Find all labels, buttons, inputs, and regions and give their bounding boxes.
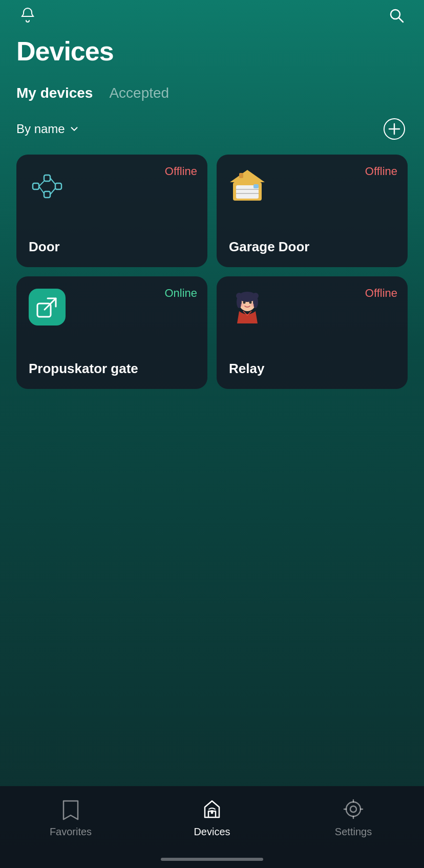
notification-icon[interactable] (16, 4, 39, 27)
device-status-propuskator-gate: Online (164, 287, 197, 300)
svg-point-28 (252, 293, 259, 299)
svg-rect-9 (55, 183, 61, 189)
svg-point-29 (243, 301, 246, 304)
nav-label-settings: Settings (335, 826, 372, 838)
nav-item-favorites[interactable]: Favorites (35, 796, 107, 838)
svg-line-11 (39, 186, 44, 193)
add-device-button[interactable] (381, 116, 408, 142)
svg-rect-8 (44, 191, 50, 198)
relay-icon (229, 289, 266, 326)
svg-marker-14 (230, 170, 265, 182)
devices-grid: Offline Door Offline (0, 150, 424, 393)
svg-point-31 (241, 303, 244, 307)
svg-point-34 (346, 802, 361, 816)
nav-item-devices[interactable]: Devices (176, 796, 248, 838)
svg-line-13 (50, 188, 55, 194)
tab-my-devices[interactable]: My devices (16, 85, 93, 105)
nav-item-settings[interactable]: Settings (317, 796, 389, 838)
svg-rect-7 (44, 175, 50, 181)
favorites-icon (58, 796, 83, 822)
propuskator-icon (29, 289, 66, 326)
search-icon[interactable] (385, 4, 408, 27)
door-icon (29, 167, 66, 204)
device-card-garage-door[interactable]: Offline Garage Door (217, 155, 408, 267)
page-header: Devices (0, 31, 424, 77)
device-card-relay[interactable]: Offline (217, 276, 408, 389)
nav-label-devices: Devices (194, 826, 230, 838)
svg-line-12 (50, 178, 55, 184)
device-name-garage-door: Garage Door (229, 239, 395, 255)
svg-line-10 (39, 181, 44, 186)
sort-button[interactable]: By name (16, 122, 79, 136)
svg-point-35 (350, 806, 356, 812)
device-name-relay: Relay (229, 361, 395, 377)
svg-point-30 (249, 301, 252, 304)
svg-point-27 (236, 293, 242, 299)
chevron-down-icon (69, 124, 79, 134)
device-name-propuskator-gate: Propuskator gate (29, 361, 195, 377)
nav-label-favorites: Favorites (50, 826, 92, 838)
status-bar (0, 0, 424, 31)
svg-point-32 (251, 303, 254, 307)
device-name-door: Door (29, 239, 195, 255)
device-status-door: Offline (165, 165, 197, 178)
filter-bar: By name (0, 105, 424, 150)
home-indicator (161, 858, 263, 861)
settings-icon (341, 796, 366, 822)
svg-rect-15 (239, 173, 243, 178)
tabs-container: My devices Accepted (0, 77, 424, 105)
device-status-garage-door: Offline (365, 165, 397, 178)
garage-door-icon (229, 167, 266, 204)
svg-point-33 (211, 812, 213, 814)
tab-accepted[interactable]: Accepted (109, 85, 169, 105)
devices-nav-icon (199, 796, 225, 822)
device-card-door[interactable]: Offline Door (16, 155, 207, 267)
svg-rect-6 (33, 183, 39, 189)
bottom-navigation: Favorites Devices (0, 786, 424, 868)
device-status-relay: Offline (365, 287, 397, 300)
device-card-propuskator-gate[interactable]: Online Propuskator gate (16, 276, 207, 389)
page-title: Devices (16, 36, 408, 67)
svg-line-2 (399, 18, 403, 22)
sort-label: By name (16, 122, 65, 136)
svg-rect-20 (253, 184, 259, 188)
